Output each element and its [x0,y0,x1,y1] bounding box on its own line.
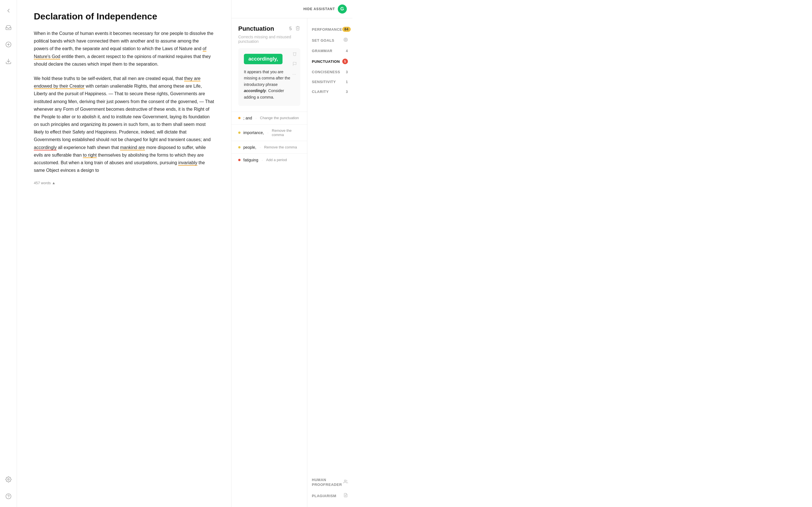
plagiarism-icon [343,493,348,499]
suggestion-item-4[interactable]: fatiguing · Add a period [232,154,307,166]
suggestion-highlight-word: accordingly, [244,54,283,64]
document-paragraph-2: We hold these truths to be self-evident,… [34,75,214,174]
category-description: Corrects missing and misused punctuation [232,35,307,48]
nav-badge-conciseness: 3 [346,70,348,74]
nav-badge-clarity: 3 [346,90,348,94]
word-count-bar: 457 words ▲ [34,181,214,185]
underline-invariably: invariably [178,160,197,166]
nav-badge-grammar: 4 [346,49,348,53]
main-suggestion-card[interactable]: accordingly, It appears that you are mis… [238,48,300,106]
dot-red-4 [238,159,241,161]
side-nav-wrapper: Punctuation 5 Corrects missing and misus… [232,18,352,507]
grammarly-avatar: G [338,4,347,13]
detection-they: they [202,54,211,59]
document-area: Declaration of Independence When in the … [17,0,231,507]
right-panel: HIDE ASSISTANT G Punctuation 5 [231,0,352,507]
goals-icon [343,38,348,43]
performance-item[interactable]: PERFORMANCE 84 [307,24,352,35]
performance-label: PERFORMANCE [312,27,342,32]
suggestion-item-3[interactable]: people, · Remove the comma [232,141,307,154]
document-title: Declaration of Independence [34,11,214,22]
inbox-icon-button[interactable] [3,22,13,33]
nav-item-clarity[interactable]: CLARITY 3 [307,87,352,97]
nav-item-punctuation[interactable]: PUNCTUATION 5 [307,56,352,67]
set-goals-item[interactable]: SET GOALS [307,35,352,46]
flag-icon[interactable] [292,62,297,67]
nav-label-plagiarism: PLAGIARISM [312,494,336,498]
nav-item-conciseness[interactable]: CONCISENESS 3 [307,67,352,77]
nav-badge-sensitivity: 1 [346,80,348,84]
underline-mankind: mankind are [120,145,145,151]
suggestion-item-1[interactable]: ; and · Change the punctuation [232,112,307,124]
svg-point-11 [344,480,346,482]
document-paragraph-1: When in the Course of human events it be… [34,30,214,68]
set-goals-label: SET GOALS [312,38,335,43]
svg-point-10 [345,40,346,40]
hide-assistant-label: HIDE ASSISTANT [303,7,335,11]
suggestion-explanation: It appears that you are missing a comma … [244,69,295,100]
category-header: Punctuation 5 [232,18,307,35]
nav-item-human-proofreader[interactable]: HUMAN PROOFREADER [307,475,352,490]
dot-yellow-3 [238,146,241,149]
suggestion-word-3: people, [243,145,256,150]
download-button[interactable] [3,56,13,66]
word-count-text: 457 words [34,181,51,185]
category-count-area: 5 [289,25,300,32]
help-button[interactable] [3,491,13,501]
suggestions-main: Punctuation 5 Corrects missing and misus… [232,18,307,507]
svg-point-4 [8,478,9,480]
suggestion-word-4: fatiguing [243,158,258,162]
suggestion-word-2: importance, [243,130,264,135]
nav-label-human-proofreader: HUMAN PROOFREADER [312,478,343,487]
nav-label-conciseness: CONCISENESS [312,70,340,74]
nav-badge-punctuation: 5 [342,59,348,64]
suggestion-word-1: ; and [243,116,252,120]
trash-icon[interactable] [292,52,297,57]
dot-orange-1 [238,117,241,119]
back-button[interactable] [3,6,13,16]
underline-toright: to right [83,153,97,158]
add-button[interactable] [3,40,13,50]
right-nav-col: PERFORMANCE 84 SET GOALS GRAMMAR 4 [307,18,352,507]
performance-score: 84 [342,27,351,32]
underline-they: they are endowed by their Creator [34,76,200,89]
category-title: Punctuation [238,25,274,33]
suggestion-action-4: Add a period [266,158,287,162]
nav-item-plagiarism[interactable]: PLAGIARISM [307,490,352,501]
nav-label-sensitivity: SENSITIVITY [312,80,336,84]
nav-label-clarity: CLARITY [312,90,329,94]
delete-category-icon[interactable] [295,25,300,32]
suggestion-card-actions: ··· [292,52,297,77]
underline-accordingly: accordingly [34,145,57,151]
proofreader-icon [343,480,348,486]
hide-assistant-button[interactable]: HIDE ASSISTANT G [303,4,347,13]
more-icon[interactable]: ··· [292,72,297,77]
nav-label-grammar: GRAMMAR [312,49,333,53]
nav-item-grammar[interactable]: GRAMMAR 4 [307,46,352,56]
word-count-arrow: ▲ [52,181,56,185]
left-sidebar [0,0,17,507]
dot-yellow-2 [238,131,241,134]
category-count: 5 [289,26,292,31]
nav-label-punctuation: PUNCTUATION [312,59,340,64]
nav-item-sensitivity[interactable]: SENSITIVITY 1 [307,77,352,87]
right-panel-header: HIDE ASSISTANT G [232,0,352,18]
suggestion-action-1: Change the punctuation [260,116,299,120]
suggestion-action-2: Remove the comma [272,128,300,137]
settings-button[interactable] [3,474,13,485]
suggestion-action-3: Remove the comma [264,145,297,149]
suggestion-item-2[interactable]: importance, · Remove the comma [232,124,307,141]
svg-point-9 [345,39,347,41]
underline-nature: of Nature's God [34,46,206,59]
